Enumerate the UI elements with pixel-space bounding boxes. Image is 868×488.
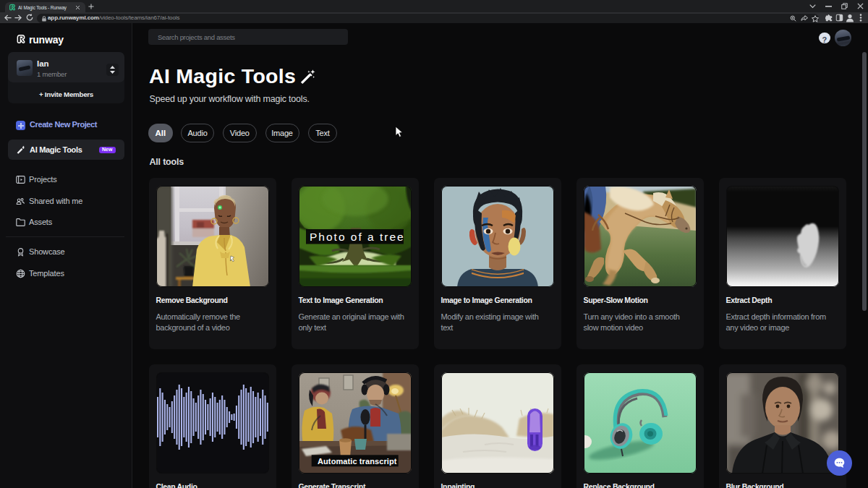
svg-text:Automatic transcript: Automatic transcript (318, 457, 397, 466)
svg-text:Photo of a tree: Photo of a tree (310, 231, 405, 243)
